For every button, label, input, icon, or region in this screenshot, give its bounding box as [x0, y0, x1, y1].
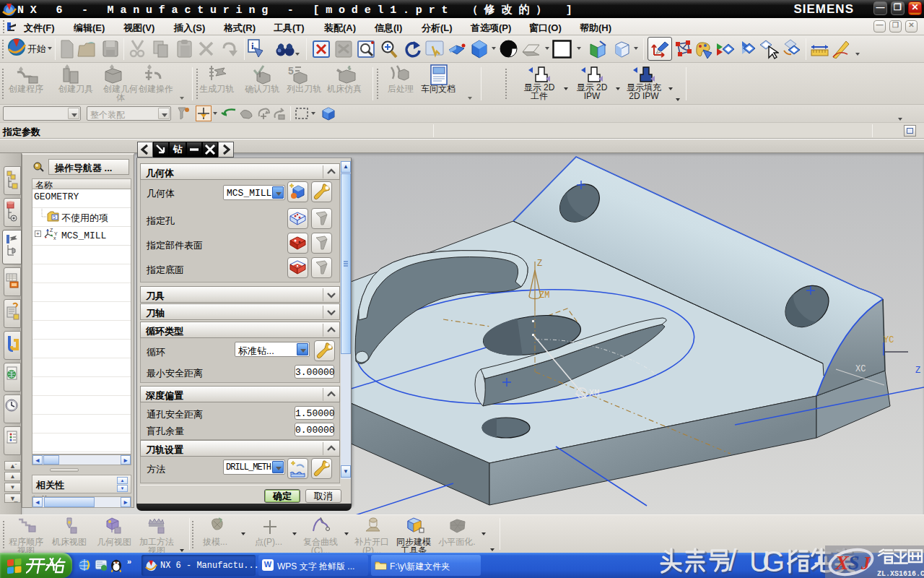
svg-text:S: S: [848, 551, 860, 574]
svg-text:/: /: [728, 543, 737, 577]
svg-text:x: x: [53, 236, 56, 241]
svg-text:XM: XM: [589, 389, 599, 399]
svg-text:Z: Z: [915, 366, 920, 376]
svg-text:UG: UG: [749, 545, 785, 577]
svg-text:ZL.XS1616.COM: ZL.XS1616.COM: [877, 570, 924, 578]
svg-text:Z: Z: [537, 259, 542, 269]
svg-text:Z: Z: [50, 228, 53, 233]
svg-text:YC: YC: [884, 335, 894, 345]
svg-text:X: X: [834, 551, 850, 574]
svg-text:XC: XC: [855, 364, 866, 374]
svg-text:5: 5: [288, 65, 294, 77]
svg-text:5: 5: [53, 215, 56, 220]
svg-text:i: i: [251, 40, 254, 51]
svg-text:ZM: ZM: [539, 290, 549, 301]
svg-text:J: J: [860, 553, 871, 573]
